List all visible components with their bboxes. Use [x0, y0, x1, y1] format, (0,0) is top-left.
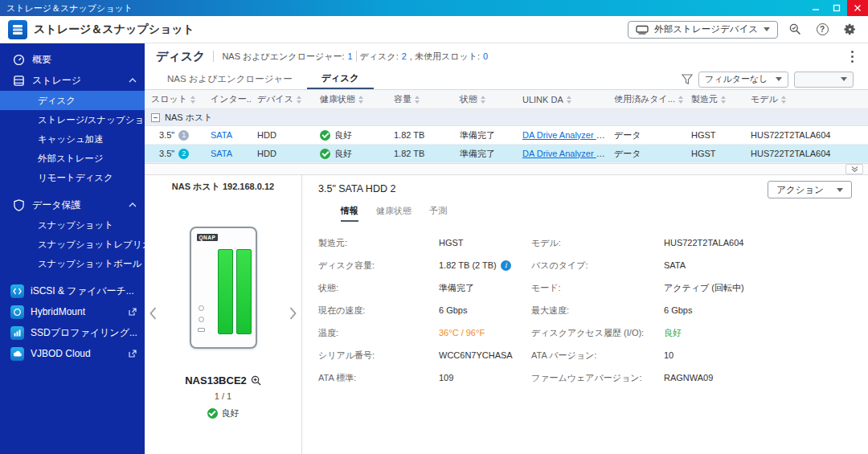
- tab-information[interactable]: 情報: [341, 205, 358, 222]
- cell-status: 準備完了: [453, 148, 516, 160]
- cell-model: HUS722T2TALA604: [744, 130, 868, 140]
- table-row-disk-2[interactable]: 3.5"2 SATA HDD 良好 1.82 TB 準備完了 DA Drive …: [145, 145, 868, 163]
- column-header-ulink-da[interactable]: ULINK DA: [516, 95, 608, 104]
- column-header-capacity[interactable]: 容量: [387, 93, 453, 105]
- nas-health-label: 良好: [222, 407, 240, 419]
- overview-gauge-icon: [13, 54, 25, 66]
- sidebar-item-cache-acceleration[interactable]: キャッシュ加速: [0, 129, 145, 149]
- column-header-status[interactable]: 状態: [453, 93, 516, 105]
- nas-device-image[interactable]: QNAP: [190, 227, 257, 349]
- drive-bay-1: [218, 249, 233, 334]
- external-storage-device-label: 外部ストレージデバイス: [654, 23, 758, 35]
- info-icon[interactable]: [501, 260, 511, 271]
- close-button[interactable]: [847, 0, 868, 16]
- da-drive-analyzer-link[interactable]: DA Drive Analyzer を...: [522, 130, 608, 140]
- sidebar-item-iscsi-fibre[interactable]: iSCSI & ファイバーチ...: [0, 280, 145, 301]
- da-drive-analyzer-link[interactable]: DA Drive Analyzer を...: [522, 149, 608, 158]
- column-header-model[interactable]: モデル: [744, 93, 868, 105]
- column-header-vendor[interactable]: 製造元: [685, 93, 744, 105]
- field-value: 1.82 TB (2 TB): [439, 254, 531, 276]
- external-link-icon: [129, 350, 137, 358]
- settings-button[interactable]: [839, 20, 860, 39]
- filter-select[interactable]: フィルターなし: [698, 72, 788, 88]
- gear-icon: [843, 22, 857, 36]
- chevron-up-icon: [129, 202, 137, 207]
- divider: [356, 51, 357, 62]
- chevron-up-icon: [129, 78, 137, 83]
- funnel-filter-icon[interactable]: [682, 74, 693, 84]
- sidebar-item-storage-snapshot[interactable]: ストレージ/スナップショット: [0, 110, 145, 129]
- sidebar-item-disks[interactable]: ディスク: [0, 91, 145, 110]
- cell-interface[interactable]: SATA: [204, 149, 251, 158]
- sidebar-item-snapshot[interactable]: スナップショット: [0, 215, 145, 235]
- zoom-in-icon[interactable]: [251, 375, 261, 386]
- tab-prediction[interactable]: 予測: [429, 205, 447, 222]
- double-chevron-down-icon: [851, 166, 858, 173]
- sidebar-item-snapshot-vault[interactable]: スナップショットボールト: [0, 254, 145, 273]
- sidebar-item-snapshot-replica[interactable]: スナップショットレプリカ: [0, 235, 145, 254]
- column-header-device[interactable]: デバイス: [251, 93, 313, 105]
- field-value: 10: [664, 344, 854, 366]
- tab-nas-and-enclosure[interactable]: NAS およびエンクロージャー: [153, 69, 307, 89]
- cell-model: HUS722T2TALA604: [744, 149, 868, 158]
- column-label: ULINK DA: [522, 95, 563, 104]
- table-group-row-nas-host[interactable]: NAS ホスト: [145, 109, 868, 126]
- cell-ulink: DA Drive Analyzer を...: [516, 148, 608, 160]
- sidebar-item-label: ストレージ: [32, 74, 81, 88]
- table-header: スロット インター... デバイス 健康状態 容量 状態 ULINK DA 使用…: [145, 90, 868, 109]
- nas-host-label: NAS ホスト 192.168.0.12: [172, 181, 274, 193]
- cell-interface[interactable]: SATA: [204, 130, 251, 140]
- summary-disk-label: ディスク:: [360, 51, 399, 63]
- sort-icon: [481, 96, 485, 104]
- sidebar-item-vjbod-cloud[interactable]: VJBOD Cloud: [0, 343, 145, 364]
- sidebar-item-label: ストレージ/スナップショット: [38, 114, 145, 126]
- column-header-slot[interactable]: スロット: [145, 93, 204, 105]
- previous-nas-arrow[interactable]: [146, 304, 160, 325]
- field-value: 6 Gbps: [664, 299, 854, 321]
- sort-icon: [358, 96, 363, 104]
- sidebar-item-ssd-profiling[interactable]: SSDプロファイリング...: [0, 322, 145, 343]
- nas-selector-panel: NAS ホスト 192.168.0.12 QNAP: [145, 175, 302, 454]
- field-label: モード:: [531, 276, 664, 299]
- sidebar-item-label: 概要: [32, 53, 51, 67]
- diagnosis-button[interactable]: [784, 20, 805, 39]
- sort-icon: [567, 96, 571, 104]
- slot-number-badge: 2: [178, 149, 189, 159]
- tab-health[interactable]: 健康状態: [376, 205, 411, 222]
- table-row-disk-1[interactable]: 3.5"1 SATA HDD 良好 1.82 TB 準備完了 DA Drive …: [145, 126, 868, 145]
- action-button[interactable]: アクション: [768, 181, 852, 198]
- column-header-interface[interactable]: インター...: [204, 93, 251, 105]
- sidebar-item-label: HybridMount: [31, 306, 85, 317]
- detail-tabs: 情報 健康状態 予測: [341, 205, 854, 222]
- sidebar-item-storage[interactable]: ストレージ: [0, 70, 145, 91]
- cell-health: 良好: [313, 129, 387, 141]
- cell-used-type: データ: [608, 129, 685, 141]
- more-options-icon[interactable]: [848, 47, 857, 66]
- sidebar: 概要 ストレージ ディスク ストレージ/スナップショット キャッシュ加速 外部ス…: [0, 43, 145, 454]
- disk-info-fields: 製造元: HGST モデル: HUS722T2TALA604 ディスク容量: 1…: [318, 231, 854, 389]
- column-filter-select[interactable]: [794, 72, 854, 88]
- field-value: SATA: [664, 254, 854, 276]
- sidebar-item-hybridmount[interactable]: HybridMount: [0, 301, 145, 322]
- external-storage-device-button[interactable]: 外部ストレージデバイス: [628, 21, 778, 39]
- temperature-value: 36°C / 96°F: [439, 321, 531, 344]
- maximize-button[interactable]: [826, 0, 847, 16]
- sidebar-item-external-storage[interactable]: 外部ストレージ: [0, 149, 145, 168]
- field-label: 現在の速度:: [318, 299, 439, 321]
- field-value: RAGNWA09: [664, 366, 854, 389]
- minimize-button[interactable]: [805, 0, 826, 16]
- action-button-label: アクション: [776, 184, 824, 196]
- chevron-down-icon: [764, 27, 770, 31]
- tab-disks[interactable]: ディスク: [307, 69, 374, 89]
- column-header-used-type[interactable]: 使用済みタイ...: [608, 93, 685, 105]
- next-nas-arrow[interactable]: [286, 304, 300, 325]
- sidebar-item-overview[interactable]: 概要: [0, 50, 145, 70]
- sidebar-item-data-protection[interactable]: データ保護: [0, 194, 145, 215]
- help-button[interactable]: [812, 20, 833, 39]
- column-header-health[interactable]: 健康状態: [313, 93, 387, 105]
- chevron-down-icon: [837, 188, 843, 192]
- collapse-detail-button[interactable]: [845, 164, 863, 174]
- close-icon: [854, 4, 862, 12]
- sidebar-item-remote-disk[interactable]: リモートディスク: [0, 168, 145, 187]
- collapse-group-icon[interactable]: [151, 113, 160, 122]
